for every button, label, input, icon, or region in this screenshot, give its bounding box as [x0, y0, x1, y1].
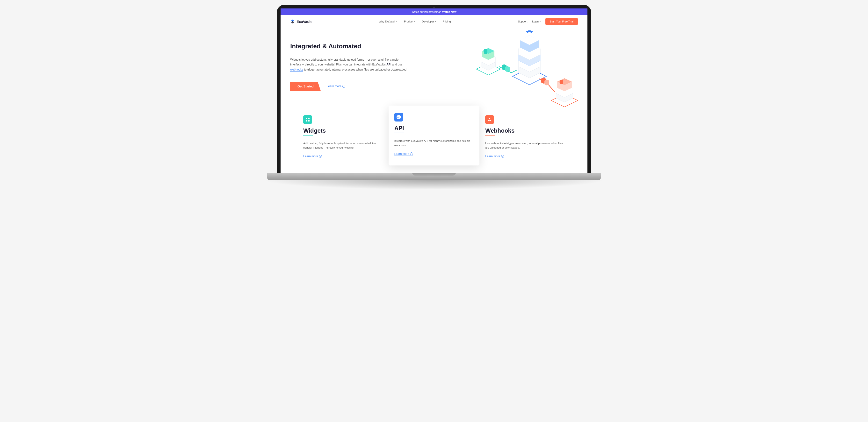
- card-title: API: [394, 125, 474, 132]
- laptop-camera: [433, 6, 435, 8]
- announcement-link[interactable]: Watch Now: [442, 10, 457, 13]
- chevron-down-icon: ▾: [435, 21, 436, 23]
- hero-description: Widgets let you add custom, fully-branda…: [290, 57, 409, 72]
- arrow-right-icon: ›: [410, 153, 413, 155]
- nav-right: Support Login▾ Start Your Free Trial: [518, 18, 578, 25]
- api-learn-more-link[interactable]: Learn more›: [394, 152, 413, 156]
- api-text: API: [386, 63, 391, 66]
- chevron-down-icon: ▾: [396, 21, 397, 23]
- underline: [303, 135, 313, 135]
- card-title: Widgets: [303, 127, 383, 134]
- chevron-down-icon: ▾: [414, 21, 415, 23]
- brand-name: ExaVault: [297, 20, 312, 24]
- announcement-bar: Watch our latest webinar! Watch Now: [281, 8, 587, 15]
- widgets-icon: [303, 115, 312, 124]
- card-api: API API Integrate with ExaVault's API fo…: [389, 105, 480, 165]
- svg-rect-5: [484, 49, 487, 54]
- hero-section: Integrated & Automated Widgets let you a…: [281, 28, 587, 98]
- svg-marker-20: [505, 66, 509, 72]
- chevron-down-icon: ▾: [539, 21, 540, 23]
- underline: [394, 133, 404, 133]
- svg-rect-26: [308, 120, 310, 122]
- webhooks-link[interactable]: webhooks: [290, 68, 303, 71]
- card-title: Webhooks: [485, 127, 565, 134]
- svg-rect-18: [560, 80, 563, 84]
- card-description: Integrate with ExaVault's API for highly…: [394, 139, 474, 148]
- card-webhooks: Webhooks Use webhooks to trigger automat…: [479, 108, 570, 165]
- laptop-base: [267, 173, 601, 180]
- webhooks-learn-more-link[interactable]: Learn more›: [485, 155, 504, 158]
- svg-rect-23: [306, 118, 307, 119]
- underline: [485, 135, 495, 135]
- laptop-shadow: [262, 180, 606, 190]
- svg-marker-22: [545, 79, 549, 86]
- site-header: ExaVault Why ExaVault▾ Product▾ Develope…: [281, 15, 587, 28]
- nav-pricing[interactable]: Pricing: [443, 20, 451, 23]
- svg-rect-25: [306, 120, 307, 122]
- hero-learn-more-link[interactable]: Learn more›: [327, 85, 345, 88]
- get-started-button[interactable]: Get Started: [290, 82, 321, 91]
- feature-cards: Widgets Add custom, fully-brandable uplo…: [281, 108, 587, 165]
- svg-rect-24: [308, 118, 310, 119]
- announcement-text: Watch our latest webinar!: [411, 10, 442, 13]
- isometric-illustration: [464, 30, 583, 112]
- svg-text:API: API: [397, 117, 400, 118]
- arrow-right-icon: ›: [342, 85, 345, 88]
- webhooks-icon: [485, 115, 494, 124]
- widgets-learn-more-link[interactable]: Learn more›: [303, 155, 322, 158]
- main-nav: Why ExaVault▾ Product▾ Developer▾ Pricin…: [379, 20, 451, 23]
- nav-why[interactable]: Why ExaVault▾: [379, 20, 397, 23]
- arrow-right-icon: ›: [501, 155, 504, 158]
- start-trial-button[interactable]: Start Your Free Trial: [546, 18, 578, 25]
- api-icon: API: [394, 113, 403, 122]
- nav-support[interactable]: Support: [518, 20, 528, 23]
- nav-developer[interactable]: Developer▾: [422, 20, 436, 23]
- logo[interactable]: ExaVault: [290, 19, 312, 24]
- logo-icon: [290, 19, 295, 24]
- nav-login[interactable]: Login▾: [532, 20, 540, 23]
- card-widgets: Widgets Add custom, fully-brandable uplo…: [298, 108, 389, 165]
- card-description: Add custom, fully-brandable upload forms…: [303, 141, 383, 150]
- card-description: Use webhooks to trigger automated, inter…: [485, 141, 565, 150]
- arrow-right-icon: ›: [319, 155, 322, 158]
- nav-product[interactable]: Product▾: [404, 20, 415, 23]
